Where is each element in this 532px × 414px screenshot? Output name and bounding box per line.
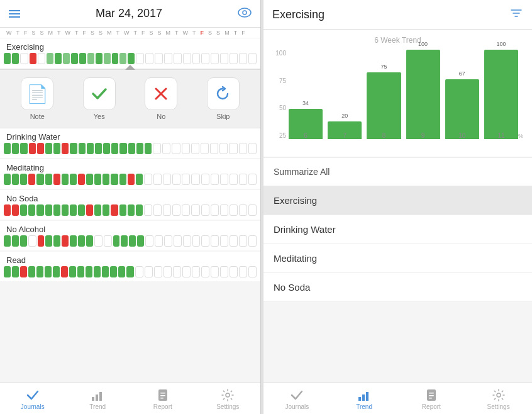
day-block xyxy=(154,266,162,277)
chart-bar-xlabel: 11 xyxy=(497,132,504,139)
no-label: No xyxy=(157,113,165,120)
day-block xyxy=(70,235,77,247)
y-label-25: 25 xyxy=(272,132,286,139)
day-block xyxy=(239,235,247,247)
habit-bar-read[interactable] xyxy=(0,266,260,281)
report-icon xyxy=(156,388,170,402)
day-block xyxy=(20,266,27,277)
day-block xyxy=(119,143,126,154)
yes-button[interactable]: Yes xyxy=(83,77,116,120)
svg-rect-16 xyxy=(362,394,365,401)
day-block xyxy=(248,53,257,64)
right-nav-item-report[interactable]: Report xyxy=(398,387,465,411)
day-block xyxy=(128,143,135,154)
habit-bar-no-alcohol[interactable] xyxy=(0,235,260,250)
right-nav-label-report: Report xyxy=(422,403,441,410)
right-nav-item-settings[interactable]: Settings xyxy=(465,387,532,411)
habit-list-item-no-soda[interactable]: No Soda xyxy=(263,273,532,302)
no-icon xyxy=(145,77,177,110)
day-block xyxy=(86,235,93,247)
note-icon: 📄 xyxy=(21,77,53,110)
svg-rect-15 xyxy=(358,397,361,401)
day-block xyxy=(45,174,52,185)
day-block xyxy=(155,235,163,247)
day-block xyxy=(20,204,27,216)
checkmark-icon-right xyxy=(290,388,304,402)
day-block xyxy=(230,235,238,247)
habit-bar-meditating[interactable] xyxy=(0,174,260,189)
day-block xyxy=(248,235,257,247)
day-block xyxy=(239,204,247,216)
note-label: Note xyxy=(30,113,45,120)
day-block xyxy=(71,53,78,64)
chart-y-axis: 100 75 50 25 xyxy=(272,50,286,150)
day-block xyxy=(53,204,60,216)
right-nav-item-trend[interactable]: Trend xyxy=(331,387,398,411)
chart-bar-xlabel: 7 xyxy=(343,132,346,139)
day-block xyxy=(145,266,153,277)
chart-area: 6 Week Trend 100 75 50 25 34620775810096… xyxy=(263,30,532,158)
day-block xyxy=(145,143,152,154)
day-block xyxy=(86,204,93,216)
chart-bar-group: 1009 xyxy=(406,41,440,139)
report-icon-right xyxy=(424,388,438,402)
day-block xyxy=(201,143,209,154)
day-block xyxy=(94,266,101,277)
nav-item-trend[interactable]: Trend xyxy=(65,387,131,411)
left-header: Mar 24, 2017 xyxy=(0,0,260,28)
day-block xyxy=(102,266,109,277)
chart-bar-xlabel: 10 xyxy=(458,132,465,139)
habit-list-item-drinking-water[interactable]: Drinking Water xyxy=(263,215,532,244)
habit-list-item-meditating[interactable]: Meditating xyxy=(263,244,532,273)
habit-bar-drinking-water[interactable] xyxy=(0,143,260,158)
day-block xyxy=(191,174,199,185)
chart-bar-value-label: 34 xyxy=(302,100,309,106)
filter-icon[interactable] xyxy=(509,6,523,23)
day-block xyxy=(87,53,94,64)
day-block xyxy=(211,204,219,216)
menu-icon[interactable] xyxy=(9,10,20,18)
day-block xyxy=(96,53,103,64)
habit-label-read: Read xyxy=(0,252,260,266)
day-block xyxy=(53,235,60,247)
day-block xyxy=(172,143,180,154)
day-block xyxy=(174,235,182,247)
day-block xyxy=(182,143,190,154)
skip-label: Skip xyxy=(216,113,230,120)
right-habit-list: Summarize All Exercising Drinking Water … xyxy=(263,158,532,383)
svg-rect-8 xyxy=(160,393,165,394)
day-block xyxy=(4,174,11,185)
habit-bar-no-soda[interactable] xyxy=(0,204,260,220)
nav-item-report[interactable]: Report xyxy=(130,387,196,411)
day-block xyxy=(136,204,143,216)
day-block xyxy=(210,143,218,154)
day-label-row: W T F S S M T W T F S S M T W T F S S M … xyxy=(0,28,260,38)
svg-rect-9 xyxy=(160,395,165,396)
eye-icon[interactable] xyxy=(238,6,252,21)
habit-list-item-summarize[interactable]: Summarize All xyxy=(263,158,532,186)
nav-item-journals[interactable]: Journals xyxy=(0,387,65,411)
svg-point-22 xyxy=(497,393,501,397)
day-block xyxy=(20,235,27,247)
day-block xyxy=(174,53,182,64)
day-block xyxy=(164,235,172,247)
no-button[interactable]: No xyxy=(145,77,177,120)
right-nav-item-journals[interactable]: Journals xyxy=(263,387,331,411)
habits-scroll: Exercising xyxy=(0,38,260,383)
chart-bar-rect xyxy=(484,50,518,139)
day-block xyxy=(128,204,135,216)
day-block xyxy=(163,266,172,277)
day-block xyxy=(4,53,11,64)
habit-list-item-exercising[interactable]: Exercising xyxy=(263,186,532,215)
day-block xyxy=(248,204,257,216)
skip-button[interactable]: Skip xyxy=(207,77,240,120)
note-button[interactable]: 📄 Note xyxy=(21,77,53,120)
day-block xyxy=(62,235,69,247)
day-block xyxy=(128,53,135,64)
nav-item-settings[interactable]: Settings xyxy=(196,387,261,411)
chart-bar-group: 10011 xyxy=(484,41,518,139)
svg-rect-19 xyxy=(429,393,434,394)
settings-icon xyxy=(221,388,235,402)
day-block xyxy=(211,266,219,277)
day-block xyxy=(153,143,161,154)
